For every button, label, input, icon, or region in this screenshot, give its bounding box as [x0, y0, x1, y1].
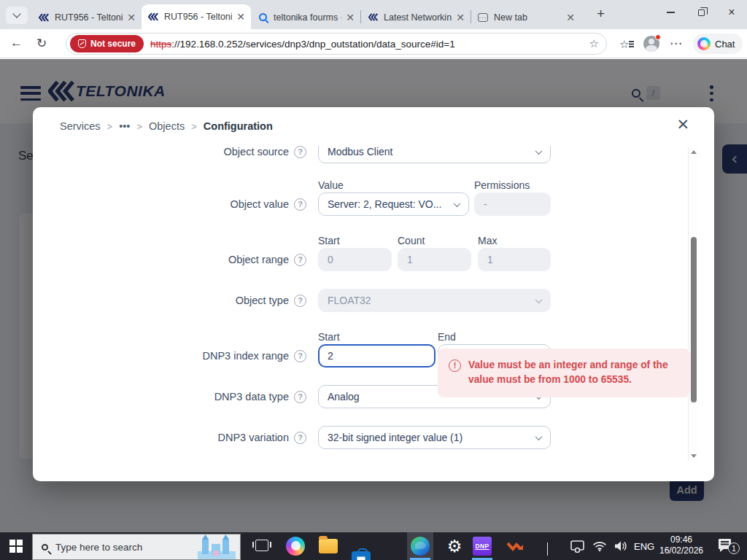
reload-button[interactable]: ↻ [36, 36, 47, 51]
error-icon [449, 359, 461, 372]
form-scroll-area: Object source Modbus Client Value Permis… [33, 146, 698, 467]
object-type-label: Object type [236, 289, 306, 312]
browser-tab-2-active[interactable]: RUT956 - Teltonika ✕ [142, 4, 251, 29]
chevron-down-icon [535, 296, 543, 303]
windows-taskbar: Type here to search ⚙ DNP [0, 532, 747, 560]
profile-notification-dot [655, 34, 661, 40]
modal-close-icon[interactable]: ✕ [676, 117, 689, 132]
tab-close-icon[interactable]: ✕ [566, 12, 575, 23]
dnp-app-icon[interactable]: DNP [473, 537, 492, 556]
breadcrumb-ellipsis[interactable]: ••• [119, 120, 130, 132]
tab-close-icon[interactable]: ✕ [456, 12, 465, 23]
notification-count-badge: 1 [728, 542, 740, 554]
back-button[interactable]: ← [10, 36, 23, 50]
chevron-down-icon [535, 433, 543, 440]
clock-time: 09:46 [655, 534, 708, 545]
dnp3-variation-label: DNP3 variation [217, 426, 306, 449]
browser-tab-1[interactable]: RUT956 - Teltonika ✕ [32, 5, 142, 29]
help-icon[interactable] [294, 198, 306, 211]
browser-toolbar: ← ↻ Not secure https://192.168.0.252/ser… [0, 29, 747, 58]
breadcrumb-objects[interactable]: Objects [149, 120, 185, 132]
tab-title: RUT956 - Teltonika [55, 12, 123, 23]
dnp3-data-type-label: DNP3 data type [214, 385, 306, 408]
tab-search-button[interactable] [6, 7, 28, 24]
search-favicon-icon [257, 12, 268, 23]
settings-gear-icon[interactable]: ⚙ [445, 537, 464, 556]
dnp3-variation-select[interactable]: 32-bit signed integer value (1) [318, 426, 551, 449]
object-range-count-field: 1 [398, 248, 471, 271]
breadcrumb-configuration: Configuration [204, 120, 273, 132]
copilot-app-icon[interactable] [286, 537, 305, 556]
start-column-header: Start [318, 235, 340, 246]
max-column-header: Max [478, 235, 497, 246]
object-source-select[interactable]: Modbus Client [318, 146, 551, 163]
scrollbar-up-icon[interactable] [691, 150, 697, 154]
object-type-select: FLOAT32 [318, 289, 551, 312]
search-icon [42, 544, 48, 551]
new-tab-favicon-icon: ··· [477, 12, 489, 23]
not-secure-badge[interactable]: Not secure [70, 35, 144, 52]
tab-title: teltonika fourms - [274, 12, 341, 23]
start-button[interactable] [9, 540, 23, 553]
browser-tab-4[interactable]: Latest Networking ✕ [361, 5, 471, 29]
language-indicator[interactable]: ENG [634, 541, 654, 552]
security-shield-icon [78, 39, 86, 48]
tray-expand-icon[interactable] [547, 542, 548, 556]
microsoft-store-icon[interactable] [352, 551, 371, 560]
taskbar-clock[interactable]: 09:46 16/02/2026 [655, 534, 708, 556]
help-icon[interactable] [294, 146, 306, 158]
window-close-button[interactable]: × [716, 0, 747, 25]
web-page: TELTONIKA / Ser Add Services > ••• > Obj… [0, 59, 747, 532]
volume-icon[interactable] [614, 540, 627, 555]
search-placeholder: Type here to search [55, 542, 193, 553]
copilot-chat-button[interactable]: Chat [693, 34, 743, 54]
tab-close-icon[interactable]: ✕ [127, 12, 136, 23]
window-minimize-button[interactable] [655, 0, 686, 25]
dnp3-index-start-input[interactable] [318, 344, 436, 368]
help-icon[interactable] [294, 295, 306, 307]
chevron-down-icon [454, 200, 461, 207]
browser-tab-3[interactable]: teltonika fourms - ✕ [251, 5, 360, 29]
object-range-max-field: 1 [478, 248, 551, 271]
close-icon: × [728, 7, 735, 18]
chat-label: Chat [715, 39, 735, 50]
favorite-star-icon[interactable]: ☆ [589, 37, 599, 50]
edge-taskbar-button[interactable] [407, 532, 433, 560]
address-bar[interactable]: Not secure https://192.168.0.252/service… [66, 33, 607, 55]
taskbar-search-input[interactable]: Type here to search [32, 534, 241, 560]
cast-icon[interactable] [570, 540, 584, 556]
url-scheme: https [150, 39, 171, 50]
url-rest: ://192.168.0.252/services/dnp3/dnp_outst… [171, 39, 454, 50]
browser-tab-5[interactable]: ··· New tab ✕ [471, 5, 581, 29]
breadcrumb-services[interactable]: Services [60, 120, 101, 132]
favorites-list-icon[interactable]: ☆ [619, 38, 629, 51]
url-text[interactable]: https://192.168.0.252/services/dnp3/dnp_… [150, 39, 585, 50]
tab-close-icon[interactable]: ✕ [236, 11, 245, 23]
scrollbar-down-icon[interactable] [691, 454, 697, 458]
object-range-start-field: 0 [318, 248, 392, 271]
object-range-label: Object range [228, 248, 306, 271]
new-tab-button[interactable]: + [597, 6, 605, 22]
help-icon[interactable] [294, 391, 306, 403]
tab-title: Latest Networking [384, 12, 452, 23]
edge-icon [411, 537, 430, 556]
tab-close-icon[interactable]: ✕ [346, 12, 355, 23]
help-icon[interactable] [294, 350, 306, 362]
window-restore-button[interactable] [686, 0, 716, 25]
help-icon[interactable] [294, 254, 306, 266]
permissions-field: - [474, 192, 551, 216]
browser-menu-icon[interactable]: ⋯ [670, 36, 683, 51]
object-value-select[interactable]: Server: 2, Request: VO... [318, 192, 469, 216]
help-icon[interactable] [294, 432, 306, 444]
wifi-icon[interactable] [592, 540, 607, 555]
search-highlight-image[interactable] [193, 534, 239, 560]
index-end-column-header: End [438, 331, 456, 343]
task-view-button[interactable] [255, 540, 268, 551]
stocks-app-icon[interactable] [506, 537, 525, 556]
configuration-modal: Services > ••• > Objects > Configuration… [33, 107, 714, 481]
permissions-column-header: Permissions [474, 179, 530, 191]
modal-scrollbar[interactable] [688, 147, 697, 461]
scrollbar-thumb[interactable] [691, 237, 697, 402]
teltonika-favicon-icon [367, 12, 379, 23]
file-explorer-icon[interactable] [319, 539, 338, 553]
